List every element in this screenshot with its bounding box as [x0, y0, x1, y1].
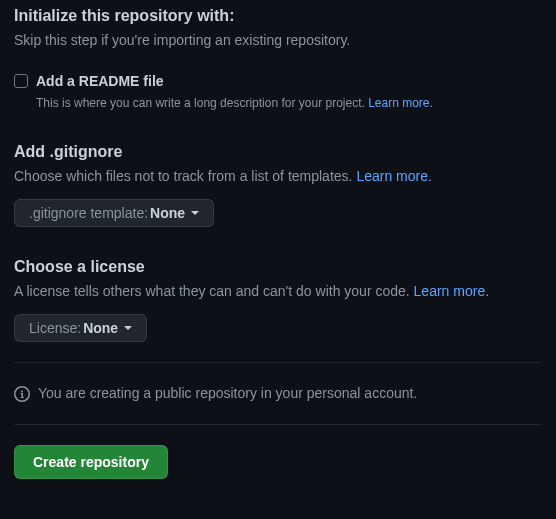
license-dropdown-prefix: License:	[29, 320, 81, 336]
initialize-sub: Skip this step if you're importing an ex…	[14, 30, 542, 51]
readme-learn-more-link[interactable]: Learn more.	[368, 96, 433, 110]
gitignore-dropdown-prefix: .gitignore template:	[29, 205, 148, 221]
license-heading: Choose a license	[14, 255, 542, 279]
readme-desc-text: This is where you can write a long descr…	[36, 96, 368, 110]
chevron-down-icon	[124, 326, 132, 330]
divider	[14, 362, 542, 363]
gitignore-desc-text: Choose which files not to track from a l…	[14, 168, 356, 184]
divider	[14, 424, 542, 425]
license-dropdown-value: None	[83, 320, 118, 336]
license-desc-text: A license tells others what they can and…	[14, 283, 414, 299]
license-learn-more-link[interactable]: Learn more.	[414, 283, 489, 299]
license-dropdown[interactable]: License: None	[14, 314, 147, 342]
gitignore-learn-more-link[interactable]: Learn more.	[356, 168, 431, 184]
license-desc: A license tells others what they can and…	[14, 281, 542, 302]
info-text: You are creating a public repository in …	[38, 383, 417, 404]
create-repository-button[interactable]: Create repository	[14, 445, 168, 479]
gitignore-dropdown[interactable]: .gitignore template: None	[14, 199, 214, 227]
info-icon	[14, 386, 30, 402]
initialize-heading: Initialize this repository with:	[14, 4, 542, 28]
readme-checkbox[interactable]	[14, 74, 28, 88]
gitignore-dropdown-value: None	[150, 205, 185, 221]
license-section: Choose a license A license tells others …	[14, 255, 542, 342]
chevron-down-icon	[191, 211, 199, 215]
readme-option: Add a README file This is where you can …	[14, 71, 542, 112]
readme-label[interactable]: Add a README file	[36, 71, 433, 92]
initialize-section: Initialize this repository with: Skip th…	[14, 4, 542, 51]
gitignore-section: Add .gitignore Choose which files not to…	[14, 140, 542, 227]
gitignore-heading: Add .gitignore	[14, 140, 542, 164]
info-banner: You are creating a public repository in …	[14, 383, 542, 404]
gitignore-desc: Choose which files not to track from a l…	[14, 166, 542, 187]
readme-desc: This is where you can write a long descr…	[36, 94, 433, 112]
